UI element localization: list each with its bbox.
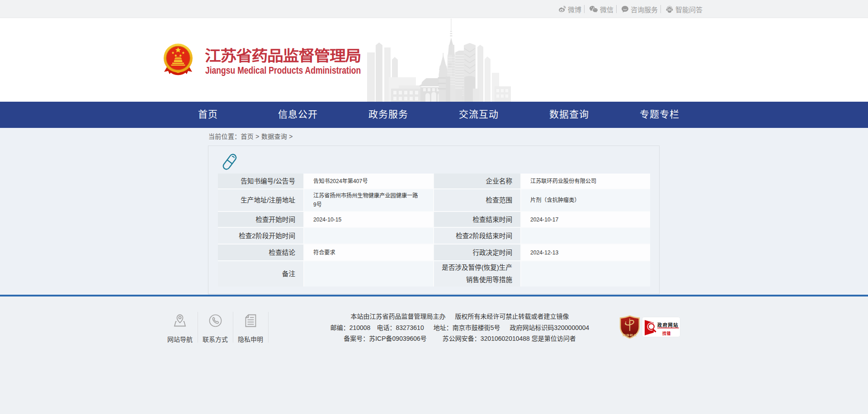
svg-text:党政机关: 党政机关 — [623, 334, 637, 337]
svg-text:找错: 找错 — [662, 331, 671, 336]
svg-text:政府网站: 政府网站 — [657, 322, 679, 328]
